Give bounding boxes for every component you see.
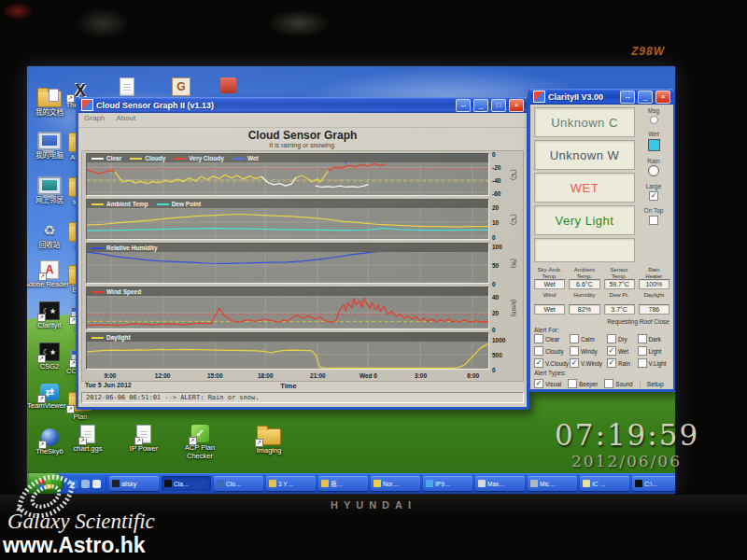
alert-type-Visual[interactable]: ✓Visual [534,379,561,388]
task-button-label: Clo… [226,481,241,487]
close-button[interactable]: × [509,99,524,112]
rail-checkbox-Large[interactable]: ✓ [649,191,658,201]
task-button-Nor…[interactable]: Nor… [371,476,420,491]
shortcut-arrow-icon [78,437,87,445]
watermark-brand: Galaxy Scientific [7,510,155,534]
task-button-Cla…[interactable]: Cla… [162,476,211,491]
alert-checkbox-V.Light[interactable]: V.Light [638,358,669,368]
chart-panel-daylight: Daylight10005000 [86,332,521,370]
desktop-icon-unlabeled[interactable] [167,77,195,96]
maximize-button[interactable]: □ [491,99,506,112]
clarity-title-bar[interactable]: ClarityII V3.00 ↔ _ × [530,89,673,105]
alert-checkbox-Cloudy[interactable]: Cloudy [534,346,570,356]
legend-item: Relative Humidity [92,245,158,251]
graph-title-bar[interactable]: Cloud Sensor Graph II (v1.13) ↔ _ □ × [78,97,527,113]
desktop-icon-chart.ggs[interactable]: chart.ggs [59,425,117,454]
swirl-icon [172,77,190,96]
clarity-resize-button[interactable]: ↔ [620,91,635,104]
task-button-3 Y…[interactable]: 3 Y… [266,476,316,491]
sensor-Temp.: SensorTemp.59.7°C [604,267,635,289]
alert-checkbox-V.Cloudy[interactable]: ✓V.Cloudy [534,358,570,368]
rail-item-Msg: Msg [638,107,669,124]
task-button-allsky[interactable]: allsky [109,476,159,491]
resize-button[interactable]: ↔ [456,99,471,112]
readout-empty [534,238,635,262]
clarity-minimize-button[interactable]: _ [638,91,653,104]
task-button-icon [583,480,590,487]
task-button-Clo…[interactable]: Clo… [214,476,263,491]
desktop-icon-label: Imaging [240,447,298,455]
alert-checkbox-Windy[interactable]: Windy [570,346,607,356]
watermark-url: www.Astro.hk [3,533,146,558]
y-tick: 40 [492,293,499,300]
y-tick: 100 [492,244,502,250]
clarity-sensor-grid: Sky-Amb.Temp.WetAmbientTemp.6.6°CSensorT… [534,267,669,315]
task-button-icon [635,480,642,487]
sensor-label-line2: Humidity [569,292,599,299]
menu-graph[interactable]: Graph [84,114,105,126]
legend-chip [157,203,169,205]
alert-label: V.Cloudy [545,360,569,367]
desktop-icon-unlabeled[interactable] [113,77,141,96]
plot-area-temp[interactable]: Ambient TempDew Point [86,199,489,240]
legend-chip [233,158,245,160]
desktop-icon-Imaging[interactable]: Imaging [240,425,298,455]
x-tick: 6:00 [467,372,479,379]
quick-launch-icon-2[interactable] [92,480,101,488]
alert-checkbox-Dry[interactable]: Dry [607,334,638,343]
setup-button[interactable]: Setup [640,381,670,387]
y-unit-wind: (km/h) [512,287,521,329]
readout-text: Unknown C [551,116,618,130]
y-axis-wind: 40200 [489,287,512,329]
task-button-IC …[interactable]: IC … [580,476,629,491]
task-button-Mic…[interactable]: Mic… [528,476,577,491]
alert-label: V.Windy [581,360,602,367]
desktop-icon-unlabeled[interactable] [214,77,242,93]
rail-label: Rain [638,158,669,165]
desktop-icon-IP Power[interactable]: IP Power [115,425,173,454]
plot-area-wind[interactable]: Wind Speed [86,287,489,329]
task-buttons: allskyCla…Clo…3 Y…我…Nor…IP9…Max…Mic…IC …… [109,476,676,491]
alert-checkbox-Rain[interactable]: ✓Rain [607,358,638,368]
alert-checkbox-Dark[interactable]: Dark [638,334,669,343]
alert-checkbox-Calm[interactable]: Calm [570,334,607,343]
alert-type-Sound[interactable]: Sound [604,379,632,388]
shortcut-arrow-icon [37,395,46,403]
menu-about[interactable]: About [116,114,135,126]
alert-checkbox-grid: ClearCalmDryDarkCloudyWindy✓WetLight✓V.C… [534,334,669,368]
alert-label: Dry [618,336,627,343]
clarity-body: Unknown CUnknown WWETVery Light MsgWetRa… [530,105,673,391]
cloud-sensor-graph-window: Cloud Sensor Graph II (v1.13) ↔ _ □ × Gr… [76,97,529,410]
task-button-我…[interactable]: 我… [318,476,368,491]
folder-icon [257,428,281,445]
alert-checkbox-Wet[interactable]: ✓Wet [607,346,638,356]
alert-checkbox-V.Windy[interactable]: ✓V.Windy [570,358,607,368]
alert-type-Beeper[interactable]: Beeper [568,379,598,388]
y-unit-label: (km/h) [511,300,517,316]
chart-panel-sky: ClearCloudyVery CloudyWet0-20-40-60(°C) [86,153,521,196]
rail-checkbox-On Top[interactable] [649,216,658,225]
y-tick: 20 [492,204,499,211]
clarity-close-button[interactable]: × [655,91,670,104]
minimize-button[interactable]: _ [473,99,488,112]
task-button-icon [374,480,381,487]
plot-area-daylight[interactable]: Daylight [86,332,489,370]
task-button-Max…[interactable]: Max… [475,476,525,491]
sensor-label-line1: Sensor [604,267,635,273]
task-button-C:\…[interactable]: C:\… [632,476,676,491]
readout-WET: WET [534,173,635,203]
legend-item: Cloudy [130,155,165,161]
task-button-IP9…[interactable]: IP9… [423,476,472,491]
rail-radio-indicator[interactable] [650,116,658,124]
plot-area-humidity[interactable]: Relative Humidity [86,243,489,284]
sensor-label: Wind [534,292,565,304]
alert-checkbox-Light[interactable]: Light [638,346,669,356]
rail-label: On Top [638,207,669,215]
taskbar: allskyCla…Clo…3 Y…我…Nor…IP9…Max…Mic…IC …… [27,473,675,494]
plot-area-sky[interactable]: ClearCloudyVery CloudyWet [86,153,489,196]
y-axis-daylight: 10005000 [489,332,512,370]
legend-chip [130,158,142,160]
desktop-icon-ACP Plan Checker[interactable]: ACP Plan Checker [171,425,229,460]
alert-checkbox-Clear[interactable]: Clear [534,334,570,343]
acp-icon [191,425,209,442]
